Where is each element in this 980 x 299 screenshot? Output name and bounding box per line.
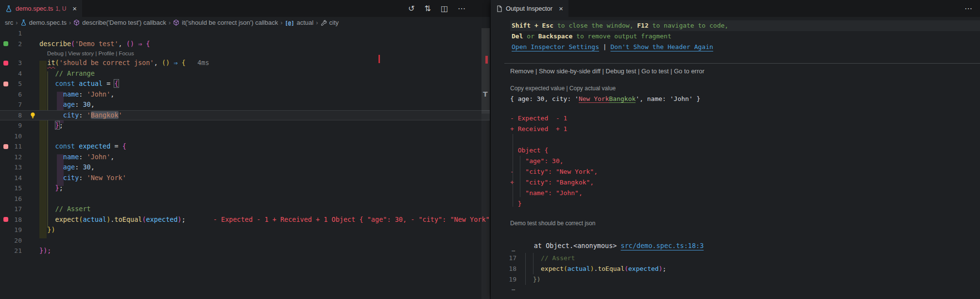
code-line[interactable]: 16 <box>0 194 490 204</box>
code-line[interactable]: 12 name: 'John', <box>0 152 490 163</box>
inspector-link[interactable]: Open Inspector Settings <box>512 43 599 50</box>
token: ', name: 'John' } <box>636 95 700 102</box>
token-str: 'Demo test' <box>75 40 118 48</box>
hint-text: to remove output fragment <box>572 33 671 40</box>
expected-received-diff: - Expected - 1+ Received + 1 Object { "a… <box>491 113 980 209</box>
code-snippet: …17// Assert18expect(actual).toEqual(exp… <box>491 246 980 292</box>
line-number: 7 <box>0 100 22 110</box>
code-line[interactable]: 13 age: 30, <box>0 162 490 173</box>
token <box>39 100 63 108</box>
close-icon[interactable]: × <box>559 5 563 12</box>
stack-location-link[interactable]: src/demo.spec.ts:18:3 <box>621 242 704 249</box>
output-inspector-content: Shift + Esc to close the window, F12 to … <box>491 17 980 299</box>
token-pu: , <box>91 163 95 171</box>
history-icon[interactable]: ↺ <box>408 4 414 13</box>
code-line[interactable]: 1 <box>0 28 490 39</box>
breadcrumb-item[interactable]: [@]actual <box>285 19 314 26</box>
token-pu: ; <box>663 265 667 272</box>
code-line[interactable]: 18 expect(actual).toEqual(expected); - E… <box>0 215 490 225</box>
more-actions-icon[interactable]: ⋯ <box>964 0 972 17</box>
code-line[interactable]: 15 }; <box>0 183 490 194</box>
token-pu: : <box>79 111 86 119</box>
scrollbar[interactable]: T <box>481 28 490 299</box>
code-line[interactable]: 4 // Arrange <box>0 68 490 79</box>
token <box>39 90 63 98</box>
token-dcmt: // Assert <box>541 254 575 262</box>
token-pr: name <box>63 153 79 161</box>
token-str: 'should be correct json' <box>59 59 154 66</box>
tab-dirty-badge: 1, U <box>55 5 66 12</box>
more-actions-icon[interactable]: ⋯ <box>458 4 465 13</box>
token <box>39 153 63 161</box>
hint-text: to navigate to code, <box>649 22 728 29</box>
breadcrumb-item[interactable]: it('should be correct json') callback <box>173 19 278 26</box>
line-number: 12 <box>0 152 22 163</box>
hint-line: Open Inspector Settings | Don't Show the… <box>491 42 980 52</box>
code-line[interactable]: 5 const actual = { <box>0 79 490 89</box>
token-b1: { <box>114 80 118 87</box>
token-kw: const <box>55 80 75 87</box>
test-name: Demo test should be correct json <box>510 220 980 227</box>
token-b1: ( <box>71 40 75 48</box>
code-line[interactable]: 19 }) <box>0 225 490 235</box>
tab-demo-spec-ts[interactable]: demo.spec.ts 1, U × <box>0 0 82 17</box>
token-b1: } <box>55 121 59 129</box>
token-pr: city <box>63 111 79 119</box>
code-line[interactable]: 11 const expected = { <box>0 141 490 152</box>
code-line[interactable]: 8 city: 'Bangkok' <box>0 110 490 121</box>
token-pu: , <box>110 90 114 98</box>
code-editor[interactable]: 12describe('Demo test', () ⇒ {Debug | Vi… <box>0 28 490 299</box>
token-cmt: // Assert <box>55 205 91 213</box>
inspector-actions[interactable]: Remove | Show side-by-side diff | Debug … <box>510 67 980 75</box>
token-b2: { <box>182 59 186 66</box>
code-line[interactable]: 6 name: 'John', <box>0 89 490 100</box>
token-b2: ( <box>55 59 59 66</box>
inspector-link[interactable]: Don't Show the Header Again <box>611 43 713 50</box>
snippet-line: 19}) <box>491 274 980 285</box>
code-line[interactable]: 2describe('Demo test', () ⇒ { <box>0 39 490 50</box>
lightbulb-icon[interactable] <box>30 112 36 119</box>
compare-icon[interactable]: ⇅ <box>424 4 430 13</box>
token-pu: . <box>110 216 114 223</box>
coverage-indicator-green <box>3 41 8 46</box>
symbol-variable-icon: [@] <box>285 20 294 26</box>
code-line[interactable]: 14 city: 'New York' <box>0 173 490 183</box>
code-line[interactable]: 9 }; <box>0 120 490 131</box>
code-line[interactable]: 21}); <box>0 246 490 256</box>
token <box>178 59 182 66</box>
key-hint: Backspace <box>538 33 572 40</box>
code-line[interactable]: 20 <box>0 235 490 246</box>
token-fn: toEqual <box>115 216 142 223</box>
token-pu: : <box>79 174 86 182</box>
breadcrumb-item[interactable]: demo.spec.ts <box>20 19 67 26</box>
beaker-icon <box>20 19 27 26</box>
scrollbar-error-mark <box>485 56 488 64</box>
token <box>39 184 55 192</box>
token-b2: }) <box>47 226 55 233</box>
code-line[interactable]: 17 // Assert <box>0 204 490 215</box>
breadcrumb-item[interactable]: city <box>321 19 339 26</box>
token-pr: age <box>63 100 75 108</box>
scrollbar-slider[interactable] <box>481 28 490 114</box>
breadcrumb-item[interactable]: describe('Demo test') callback <box>73 19 166 26</box>
line-number: 16 <box>0 194 22 204</box>
scrollbar-marker-t: T <box>483 90 488 98</box>
split-editor-icon[interactable]: ◫ <box>441 4 448 13</box>
code-line[interactable]: 3 it('should be correct json', () ⇒ { 4m… <box>0 58 490 68</box>
codelens-actions[interactable]: Debug | View story | Profile | Focus <box>0 49 490 58</box>
cube-icon <box>73 19 80 26</box>
token-pu: : <box>75 163 83 171</box>
key-hint: F12 <box>637 22 648 29</box>
token-g <box>525 274 533 285</box>
code-line[interactable]: 7 age: 30, <box>0 100 490 110</box>
close-icon[interactable]: × <box>72 5 77 12</box>
breadcrumb-item[interactable]: src <box>5 19 13 26</box>
chevron-right-icon: › <box>16 19 17 26</box>
token-b1: () <box>126 40 134 48</box>
token-str: ' <box>87 111 91 119</box>
code-line[interactable]: 10 <box>0 131 490 142</box>
token-fn: expect <box>55 216 79 223</box>
tab-output-inspector[interactable]: Output Inspector × <box>491 0 568 17</box>
copy-value-actions[interactable]: Copy expected value | Copy actual value <box>510 85 980 92</box>
diff-line: "age": 30, <box>491 156 980 166</box>
